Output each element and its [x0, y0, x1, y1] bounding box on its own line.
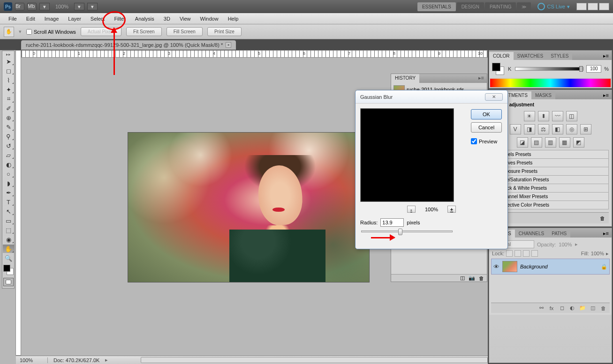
preset-levels[interactable]: Levels Presets — [492, 150, 609, 159]
lock-transparent-icon[interactable] — [506, 250, 513, 257]
view-extras-dropdown[interactable]: ▾ — [39, 3, 50, 10]
brush-tool[interactable]: ✎ — [3, 123, 14, 131]
menu-edit[interactable]: Edit — [22, 14, 40, 23]
exposure-icon[interactable]: ◫ — [566, 111, 577, 121]
adjustment-layer-icon[interactable]: ◐ — [568, 305, 576, 312]
menu-analysis[interactable]: Analysis — [130, 14, 159, 23]
quick-select-tool[interactable]: ✦ — [3, 85, 14, 94]
group-icon[interactable]: 📁 — [579, 305, 586, 312]
vibrance-icon[interactable]: V — [510, 124, 521, 134]
threshold-icon[interactable]: ▥ — [545, 137, 556, 148]
workspace-painting[interactable]: PAINTING — [485, 2, 516, 11]
fit-screen-button[interactable]: Fit Screen — [126, 27, 162, 36]
blur-tool[interactable]: ○ — [3, 170, 14, 178]
preset-exposure[interactable]: Exposure Presets — [492, 167, 609, 176]
posterize-icon[interactable]: ▤ — [531, 137, 542, 148]
lock-pixels-icon[interactable] — [515, 250, 521, 257]
menu-filter[interactable]: Filter — [109, 14, 130, 23]
color-tab[interactable]: COLOR — [489, 52, 514, 60]
swatches-tab[interactable]: SWATCHES — [514, 52, 547, 60]
eraser-tool[interactable]: ▱ — [3, 151, 14, 159]
menu-help[interactable]: Help — [223, 14, 243, 23]
minimize-button[interactable]: — — [576, 3, 587, 10]
color-swatches[interactable] — [3, 265, 14, 275]
hue-sat-icon[interactable]: ◨ — [524, 124, 535, 134]
new-snapshot-icon[interactable]: 📷 — [469, 275, 475, 281]
visibility-icon[interactable]: 👁 — [493, 263, 499, 270]
selective-color-icon[interactable]: ◩ — [573, 137, 584, 148]
adj-trash-icon[interactable]: 🗑 — [600, 215, 605, 221]
delete-state-icon[interactable]: 🗑 — [479, 275, 484, 281]
dialog-titlebar[interactable]: Gaussian Blur ✕ — [356, 90, 507, 104]
zoom-out-button[interactable]: - — [407, 206, 416, 213]
slider-thumb[interactable] — [398, 229, 402, 235]
preset-channelmixer[interactable]: Channel Mixer Presets — [492, 192, 609, 201]
cancel-button[interactable]: Cancel — [471, 122, 502, 133]
zoom-level[interactable]: 100% — [55, 4, 68, 9]
menu-window[interactable]: Window — [196, 14, 223, 23]
maximize-button[interactable]: ☐ — [588, 3, 598, 10]
channels-tab[interactable]: CHANNELS — [515, 230, 548, 238]
close-tab-icon[interactable]: × — [226, 42, 231, 48]
stamp-tool[interactable]: ⚲ — [3, 132, 14, 141]
link-layers-icon[interactable]: ⚯ — [537, 305, 545, 312]
dialog-close-button[interactable]: ✕ — [485, 93, 503, 101]
ok-button[interactable]: OK — [471, 109, 502, 119]
masks-tab[interactable]: MASKS — [531, 91, 555, 99]
menu-image[interactable]: Image — [40, 14, 64, 23]
menu-file[interactable]: File — [4, 14, 22, 23]
history-brush-tool[interactable]: ↺ — [3, 141, 14, 150]
zoom-in-button[interactable]: + — [447, 206, 456, 213]
dodge-tool[interactable]: ◗ — [3, 179, 14, 187]
color-swatch-icon[interactable] — [492, 63, 504, 75]
color-balance-icon[interactable]: ⚖ — [538, 124, 549, 134]
panel-menu-icon[interactable]: ▸≡ — [600, 230, 612, 238]
gradient-map-icon[interactable]: ▦ — [559, 137, 570, 148]
radius-input[interactable] — [380, 218, 404, 227]
lock-position-icon[interactable] — [523, 250, 530, 257]
color-spectrum[interactable] — [490, 79, 611, 87]
fill-value[interactable]: 100% — [591, 251, 604, 256]
workspace-design[interactable]: DESIGN — [457, 2, 484, 11]
gradient-tool[interactable]: ◐ — [3, 160, 14, 169]
radius-slider[interactable] — [361, 230, 453, 232]
type-tool[interactable]: T — [3, 198, 14, 206]
path-select-tool[interactable]: ↖ — [3, 207, 14, 215]
marquee-tool[interactable]: ◻ — [3, 67, 14, 75]
history-tab[interactable]: HISTORY — [391, 74, 419, 83]
layer-background[interactable]: 👁 Background 🔒 — [491, 259, 610, 275]
3d-camera-tool[interactable]: ◉ — [3, 235, 14, 244]
preview-checkbox[interactable]: Preview — [471, 138, 502, 144]
menu-3d[interactable]: 3D — [159, 14, 175, 23]
color-slider[interactable] — [515, 67, 583, 71]
brightness-icon[interactable]: ☀ — [524, 111, 535, 121]
layer-mask-icon[interactable]: ◻ — [558, 305, 566, 312]
curves-icon[interactable]: 〰 — [552, 111, 563, 121]
styles-tab[interactable]: STYLES — [547, 52, 572, 60]
eyedropper-tool[interactable]: ✐ — [3, 104, 14, 112]
dialog-preview-image[interactable] — [360, 108, 454, 202]
quick-mask-toggle[interactable] — [3, 278, 14, 286]
delete-layer-icon[interactable]: 🗑 — [599, 305, 607, 312]
panel-menu-icon[interactable]: ▸≡ — [600, 91, 612, 99]
bridge-button[interactable]: Br — [15, 3, 24, 10]
color-value-input[interactable]: 100 — [586, 65, 601, 73]
fill-screen-button[interactable]: Fill Screen — [166, 27, 203, 36]
lasso-tool[interactable]: ⌇ — [3, 76, 14, 84]
pen-tool[interactable]: ✒ — [3, 188, 14, 197]
paths-tab[interactable]: PATHS — [548, 230, 570, 238]
status-zoom[interactable]: 100% — [20, 357, 48, 363]
print-size-button[interactable]: Print Size — [207, 27, 242, 36]
levels-icon[interactable]: ⬍ — [538, 111, 549, 121]
scroll-all-checkbox[interactable]: Scroll All Windows — [26, 29, 76, 35]
opacity-value[interactable]: 100% — [559, 242, 572, 247]
close-window-button[interactable]: ✕ — [599, 3, 609, 10]
menu-layer[interactable]: Layer — [63, 14, 86, 23]
invert-icon[interactable]: ◪ — [517, 137, 528, 148]
workspace-more[interactable]: ≫ — [517, 2, 531, 11]
photo-filter-icon[interactable]: ◎ — [566, 124, 577, 134]
workspace-essentials[interactable]: ESSENTIALS — [417, 2, 456, 11]
move-tool[interactable]: ➤ — [3, 57, 14, 66]
minibridge-button[interactable]: Mb — [27, 3, 37, 10]
preset-selectivecolor[interactable]: Selective Color Presets — [492, 201, 609, 209]
